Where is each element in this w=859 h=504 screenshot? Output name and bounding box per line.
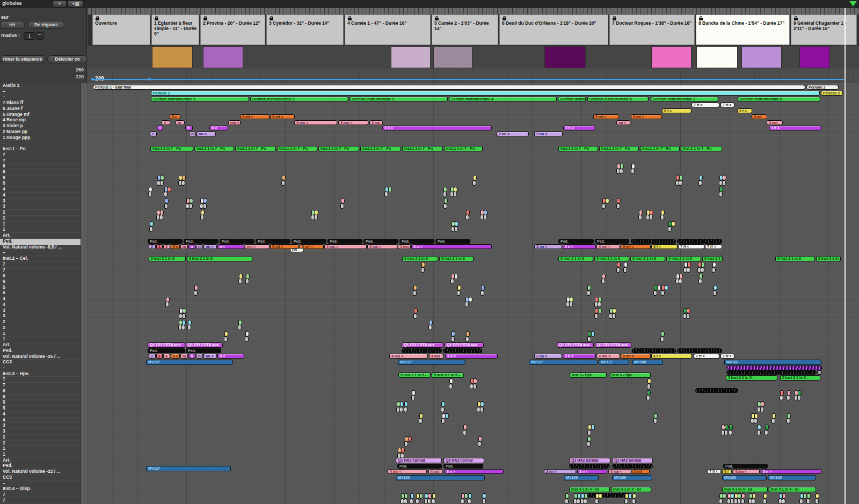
region[interactable]: Section instrumentale 1 bbox=[151, 97, 249, 101]
region[interactable]: 3 n < bbox=[563, 354, 596, 359]
midi-note[interactable] bbox=[598, 297, 602, 302]
region[interactable]: Q1 CELESTA sus bbox=[445, 342, 484, 348]
region[interactable]: Section instrumentale 4 bbox=[449, 97, 557, 101]
region[interactable]: Période 2 bbox=[806, 85, 839, 90]
region[interactable]: n < bbox=[217, 244, 244, 249]
midi-note[interactable] bbox=[159, 215, 163, 220]
region[interactable]: 5 mf < bbox=[621, 354, 651, 359]
midi-note[interactable] bbox=[444, 198, 448, 203]
region[interactable]: 5 mf < bbox=[631, 114, 662, 119]
midi-note[interactable] bbox=[649, 215, 653, 220]
midi-note[interactable] bbox=[713, 290, 717, 296]
midi-note[interactable] bbox=[679, 274, 683, 279]
pattern-bar[interactable] bbox=[677, 239, 722, 244]
region[interactable]: 6 Inst 2 1 in 6 - bbox=[558, 256, 593, 261]
region[interactable]: 4 mn bbox=[398, 244, 411, 249]
region[interactable]: Période 2 bbox=[821, 91, 843, 96]
midi-note[interactable] bbox=[565, 499, 569, 504]
midi-note[interactable] bbox=[714, 285, 717, 290]
region[interactable]: Ped. bbox=[435, 239, 470, 244]
region[interactable]: 4 mn > bbox=[324, 244, 367, 249]
midi-note[interactable] bbox=[613, 308, 616, 313]
pattern-bar[interactable] bbox=[569, 464, 610, 469]
midi-note[interactable] bbox=[741, 493, 745, 499]
region[interactable]: 4 bbox=[163, 354, 170, 359]
midi-note[interactable] bbox=[314, 215, 318, 220]
midi-note[interactable] bbox=[478, 441, 482, 447]
midi-note[interactable] bbox=[474, 378, 477, 384]
midi-note[interactable] bbox=[466, 331, 470, 337]
region[interactable]: 6 f > bbox=[737, 108, 752, 113]
region[interactable]: MV100 bbox=[564, 475, 599, 480]
region[interactable]: MV127 bbox=[146, 466, 231, 471]
midi-note[interactable] bbox=[758, 425, 761, 430]
midi-note[interactable] bbox=[698, 279, 702, 284]
midi-note[interactable] bbox=[815, 499, 819, 504]
region[interactable]: m bbox=[176, 120, 185, 125]
region[interactable]: Q1 HA2 normal bbox=[443, 458, 484, 463]
midi-note[interactable] bbox=[481, 290, 484, 296]
midi-note[interactable] bbox=[569, 302, 573, 307]
midi-note[interactable] bbox=[441, 418, 445, 423]
midi-note[interactable] bbox=[168, 187, 171, 192]
midi-note[interactable] bbox=[617, 198, 621, 203]
region[interactable]: 4 mn < bbox=[733, 469, 760, 474]
region[interactable]: 4 mn < bbox=[596, 244, 620, 249]
midi-note[interactable] bbox=[473, 384, 477, 389]
region[interactable]: 4 mn < bbox=[608, 469, 631, 474]
region[interactable]: 3 n > bbox=[761, 469, 821, 474]
midi-note[interactable] bbox=[282, 175, 286, 180]
region[interactable]: MV100 bbox=[768, 475, 816, 480]
midi-note[interactable] bbox=[723, 493, 726, 499]
midi-note[interactable] bbox=[668, 227, 672, 232]
region[interactable]: 2 bbox=[149, 244, 156, 249]
midi-note[interactable] bbox=[730, 499, 734, 504]
midi-note[interactable] bbox=[628, 493, 632, 499]
midi-note[interactable] bbox=[190, 198, 193, 203]
midi-note[interactable] bbox=[701, 267, 704, 273]
region[interactable]: Inst 3 - Hpe bbox=[610, 372, 651, 378]
region[interactable]: 7 ff < bbox=[691, 103, 719, 107]
region[interactable]: MV100 bbox=[722, 475, 767, 480]
midi-note[interactable] bbox=[686, 313, 690, 319]
region[interactable]: Section instrumentale 5 bbox=[558, 97, 586, 101]
midi-note[interactable] bbox=[481, 285, 485, 290]
midi-note[interactable] bbox=[404, 407, 407, 412]
region[interactable]: 6 f < bbox=[662, 108, 691, 113]
region[interactable]: Q1 CELESTA sus bbox=[557, 342, 594, 348]
midi-note[interactable] bbox=[413, 285, 417, 290]
midi-note[interactable] bbox=[419, 418, 423, 423]
region[interactable]: 6 Inst 2 1 in 6 - bbox=[775, 256, 815, 261]
midi-note[interactable] bbox=[414, 308, 418, 313]
region[interactable]: 3 n > bbox=[445, 354, 498, 359]
midi-note[interactable] bbox=[451, 337, 455, 342]
region[interactable]: 3 n < bbox=[563, 244, 596, 249]
midi-note[interactable] bbox=[461, 499, 464, 504]
midi-note[interactable] bbox=[416, 499, 419, 504]
region[interactable]: Ped. bbox=[397, 464, 442, 469]
midi-note[interactable] bbox=[654, 413, 658, 419]
midi-note[interactable] bbox=[624, 499, 628, 504]
midi-note[interactable] bbox=[787, 418, 790, 423]
midi-note[interactable] bbox=[741, 499, 745, 504]
midi-note[interactable] bbox=[577, 493, 581, 499]
midi-note[interactable] bbox=[412, 390, 416, 396]
region[interactable]: 4 mn > bbox=[294, 120, 337, 125]
midi-note[interactable] bbox=[149, 187, 152, 192]
pattern-bar[interactable] bbox=[587, 493, 630, 498]
midi-note[interactable] bbox=[401, 448, 405, 453]
region[interactable]: Inst.1 1 in 7 - Pn bbox=[150, 146, 193, 151]
midi-note[interactable] bbox=[429, 320, 433, 325]
region[interactable]: 6 Inst 2 1 in 6 - bbox=[816, 256, 841, 261]
midi-note[interactable] bbox=[483, 215, 487, 220]
pattern-bar[interactable] bbox=[631, 239, 676, 244]
midi-note[interactable] bbox=[771, 418, 775, 423]
region[interactable]: 6 Inst 2 1 in 6 - bbox=[149, 256, 186, 261]
region[interactable]: 4 mn bbox=[428, 469, 443, 474]
midi-note[interactable] bbox=[616, 203, 620, 209]
midi-note[interactable] bbox=[432, 493, 436, 499]
midi-note[interactable] bbox=[183, 308, 186, 313]
midi-note[interactable] bbox=[587, 285, 591, 290]
midi-note[interactable] bbox=[616, 267, 620, 273]
midi-note[interactable] bbox=[413, 290, 417, 296]
